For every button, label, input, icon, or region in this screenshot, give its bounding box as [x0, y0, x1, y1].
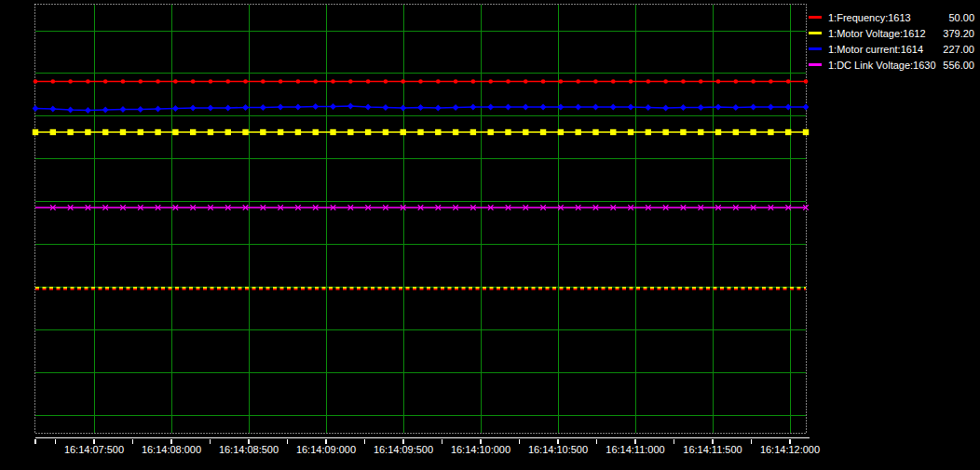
frequency-marker — [279, 79, 283, 84]
frequency-marker — [348, 79, 353, 84]
motor-current-marker — [592, 104, 599, 111]
motor-voltage-marker — [558, 129, 564, 135]
frequency-marker — [786, 79, 791, 84]
motor-current-marker — [628, 104, 634, 111]
motor-voltage-marker — [453, 129, 458, 135]
legend-value: 556.00 — [938, 60, 974, 71]
frequency-marker — [681, 79, 686, 84]
motor-current-marker — [295, 104, 302, 111]
motor-voltage-marker — [102, 129, 108, 135]
motor-voltage-marker — [646, 129, 651, 135]
legend-label: 1:Motor Voltage:1612 — [828, 28, 926, 39]
frequency-marker — [769, 79, 773, 84]
motor-voltage-marker — [50, 129, 56, 135]
motor-current-marker — [67, 107, 74, 114]
frequency-marker — [313, 79, 318, 84]
frequency-marker — [751, 79, 755, 84]
motor-voltage-marker — [715, 129, 721, 135]
motor-voltage-marker — [313, 129, 319, 135]
motor-current-marker — [768, 104, 774, 111]
motor-voltage-marker — [592, 129, 598, 135]
frequency-marker — [541, 79, 546, 84]
motor-current-marker — [260, 104, 266, 111]
motor-current-marker — [190, 105, 197, 112]
motor-voltage-marker — [172, 129, 178, 135]
motor-current-marker — [155, 106, 161, 113]
motor-voltage-marker — [628, 129, 633, 135]
motor-voltage-marker — [260, 129, 265, 135]
frequency-marker — [173, 79, 178, 84]
motor-voltage-marker — [803, 129, 809, 135]
motor-current-marker — [347, 103, 354, 110]
frequency-marker — [331, 79, 335, 84]
motor-current-color-swatch — [809, 47, 822, 50]
frequency-marker — [471, 79, 476, 84]
frequency-marker — [454, 79, 458, 84]
frequency-marker — [804, 79, 809, 84]
motor-voltage-marker — [190, 129, 196, 135]
legend-row-motor-voltage[interactable]: 1:Motor Voltage:1612 379.20 — [809, 25, 974, 41]
motor-current-marker — [400, 105, 406, 112]
legend: 1:Frequency:1613 50.00 1:Motor Voltage:1… — [809, 9, 974, 73]
motor-voltage-marker — [435, 129, 441, 135]
motor-voltage-marker — [785, 129, 791, 135]
frequency-marker — [50, 79, 55, 84]
motor-current-marker — [470, 104, 476, 111]
legend-value: 379.20 — [938, 28, 974, 39]
frequency-marker — [156, 79, 160, 84]
motor-voltage-marker — [575, 129, 580, 135]
motor-current-marker — [645, 104, 651, 111]
frequency-marker — [209, 79, 213, 84]
motor-voltage-marker — [278, 129, 283, 135]
motor-voltage-marker — [242, 129, 248, 135]
frequency-marker — [401, 79, 405, 84]
motor-voltage-marker — [610, 129, 616, 135]
frequency-marker — [103, 79, 108, 84]
motor-voltage-marker — [225, 129, 231, 135]
trend-monitor-screen: { "window": { "background_color": "#0000… — [0, 0, 980, 470]
frequency-marker — [663, 79, 668, 84]
motor-current-marker — [242, 104, 249, 111]
x-tick-label: 16:14:12:000 — [743, 444, 837, 455]
motor-current-marker — [610, 104, 617, 111]
motor-current-marker — [523, 104, 529, 111]
legend-label: 1:DC Link Voltage:1630 — [828, 60, 936, 71]
motor-current-marker — [102, 107, 109, 114]
motor-voltage-marker — [365, 129, 371, 135]
frequency-marker — [699, 79, 703, 84]
legend-row-frequency[interactable]: 1:Frequency:1613 50.00 — [809, 9, 974, 25]
motor-current-marker — [680, 104, 687, 111]
motor-current-marker — [453, 104, 459, 111]
motor-current-marker — [540, 104, 547, 111]
motor-voltage-color-swatch — [809, 32, 822, 34]
motor-current-marker — [85, 107, 91, 114]
frequency-marker — [647, 79, 651, 84]
motor-voltage-marker — [401, 129, 406, 135]
motor-voltage-marker — [155, 129, 160, 135]
motor-voltage-marker — [295, 129, 301, 135]
legend-row-dc-link-voltage[interactable]: 1:DC Link Voltage:1630 556.00 — [809, 57, 974, 73]
frequency-marker — [384, 79, 388, 84]
frequency-marker — [121, 79, 126, 84]
motor-current-marker — [575, 104, 581, 111]
frequency-marker — [191, 79, 196, 84]
motor-voltage-marker — [138, 129, 143, 135]
frequency-marker — [524, 79, 528, 84]
motor-current-marker — [137, 106, 143, 113]
motor-current-marker — [785, 104, 792, 111]
frequency-marker — [86, 79, 90, 84]
motor-voltage-marker — [330, 129, 335, 135]
frequency-marker — [559, 79, 564, 84]
frequency-marker — [593, 79, 598, 84]
motor-voltage-marker — [662, 129, 668, 135]
motor-voltage-marker — [33, 129, 38, 135]
legend-value: 227.00 — [938, 44, 974, 55]
motor-voltage-marker — [487, 129, 493, 135]
legend-row-motor-current[interactable]: 1:Motor current:1614 227.00 — [809, 41, 974, 57]
frequency-marker — [488, 79, 493, 84]
motor-voltage-marker — [417, 129, 423, 135]
motor-current-marker — [49, 106, 56, 113]
plot-border — [35, 5, 807, 434]
frequency-color-swatch — [809, 16, 822, 19]
frequency-marker — [629, 79, 633, 84]
